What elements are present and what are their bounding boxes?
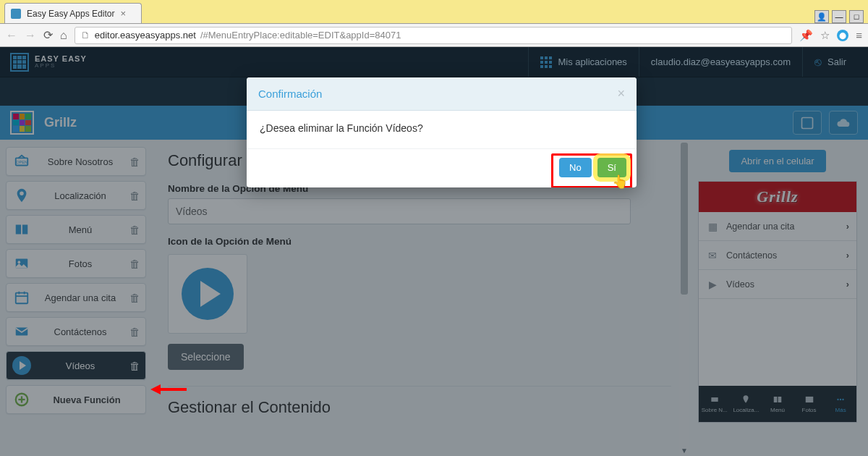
modal-title: Confirmación [258, 88, 322, 100]
tab-title: Easy Easy Apps Editor [27, 9, 114, 19]
url-path: /#MenuEntryPlace:editable=EDIT&appId=840… [200, 30, 401, 41]
url-host: editor.easyeasyapps.net [95, 30, 196, 41]
modal-header: Confirmación × [247, 77, 637, 111]
reload-icon[interactable]: ⟳ [43, 28, 53, 42]
confirm-modal: Confirmación × ¿Desea eliminar la Funció… [247, 77, 637, 187]
star-icon[interactable]: ☆ [820, 29, 830, 42]
address-bar[interactable]: 🗋 editor.easyeasyapps.net/#MenuEntryPlac… [75, 27, 793, 44]
modal-body: ¿Desea eliminar la Función Vídeos? [247, 111, 637, 148]
forward-icon[interactable]: → [25, 29, 36, 42]
favicon-icon [11, 9, 21, 19]
window-user-icon[interactable]: 👤 [814, 10, 829, 23]
tab-close-icon[interactable]: × [120, 8, 126, 19]
browser-toolbar: ← → ⟳ ⌂ 🗋 editor.easyeasyapps.net/#MenuE… [0, 24, 868, 47]
extension-icon[interactable]: ⬤ [837, 30, 848, 41]
page-icon: 🗋 [81, 30, 90, 41]
pin-icon[interactable]: 📌 [799, 29, 813, 42]
window-controls: 👤 — □ [814, 7, 868, 23]
modal-footer: No Sí [247, 148, 637, 187]
browser-tabstrip: Easy Easy Apps Editor × 👤 — □ [0, 0, 868, 24]
modal-close-icon[interactable]: × [617, 86, 625, 101]
window-minimize-icon[interactable]: — [832, 10, 846, 23]
menu-icon[interactable]: ≡ [856, 29, 862, 41]
browser-tab[interactable]: Easy Easy Apps Editor × [4, 3, 142, 23]
window-maximize-icon[interactable]: □ [849, 10, 864, 23]
si-button[interactable]: Sí [597, 158, 626, 177]
no-button[interactable]: No [559, 158, 592, 177]
back-icon[interactable]: ← [6, 29, 17, 42]
home-icon[interactable]: ⌂ [60, 29, 67, 42]
